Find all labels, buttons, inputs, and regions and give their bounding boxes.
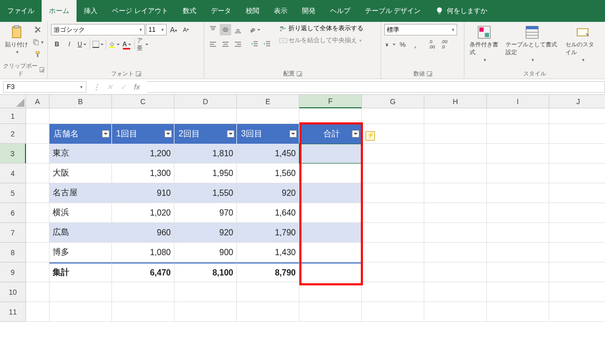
font-launcher[interactable] [136, 71, 141, 77]
decrease-indent-button[interactable] [249, 39, 260, 50]
cell-H3[interactable] [424, 144, 487, 164]
number-format-combo[interactable]: 標準▾ [384, 24, 457, 35]
paste-button[interactable]: 貼り付け ▾ [3, 24, 30, 56]
table-cell[interactable]: 1,450 [237, 144, 299, 164]
cell-H1[interactable] [424, 108, 487, 124]
clipboard-launcher[interactable] [40, 67, 44, 72]
cell-J2[interactable] [549, 124, 605, 144]
cell-G11[interactable] [362, 302, 424, 322]
cell-I11[interactable] [487, 302, 549, 322]
cell-G4[interactable] [362, 164, 424, 183]
table-cell[interactable]: 920 [174, 223, 237, 243]
formula-options-icon[interactable]: ⋮ [92, 83, 101, 91]
table-cell-name[interactable]: 大阪 [49, 164, 112, 183]
table-total-cell[interactable]: 8,790 [237, 262, 299, 282]
cell-E11[interactable] [237, 302, 299, 322]
cell-A7[interactable] [26, 223, 49, 243]
cell-D11[interactable] [174, 302, 237, 322]
table-cell[interactable] [299, 223, 362, 243]
row-header-4[interactable]: 4 [0, 164, 26, 183]
row-header-1[interactable]: 1 [0, 108, 26, 124]
cell-styles-button[interactable]: セルのスタイル▾ [563, 24, 602, 64]
table-total-cell[interactable]: 8,100 [174, 262, 237, 282]
cell-I2[interactable] [487, 124, 549, 144]
table-cell[interactable]: 1,430 [237, 243, 299, 262]
tab-view[interactable]: 表示 [267, 0, 295, 22]
col-header-B[interactable]: B [49, 95, 112, 108]
table-cell[interactable]: 1,200 [112, 144, 174, 164]
cell-D1[interactable] [174, 108, 237, 124]
cell-G5[interactable] [362, 183, 424, 203]
table-cell[interactable]: 960 [112, 223, 174, 243]
cell-A3[interactable] [26, 144, 49, 164]
cell-I7[interactable] [487, 223, 549, 243]
tab-formulas[interactable]: 数式 [175, 0, 204, 22]
col-header-A[interactable]: A [26, 95, 49, 108]
cell-A6[interactable] [26, 203, 49, 223]
cell-A11[interactable] [26, 302, 49, 322]
cell-G6[interactable] [362, 203, 424, 223]
table-cell[interactable]: 1,080 [112, 243, 174, 262]
cell-J10[interactable] [549, 282, 605, 302]
cell-G9[interactable] [362, 262, 424, 282]
italic-button[interactable]: I [64, 39, 75, 50]
cell-H11[interactable] [424, 302, 487, 322]
wrap-text-button[interactable]: abc 折り返して全体を表示する [279, 24, 363, 33]
filter-dropdown[interactable] [352, 130, 359, 137]
cell-H2[interactable] [424, 124, 487, 144]
cell-G10[interactable] [362, 282, 424, 302]
cell-A2[interactable] [26, 124, 49, 144]
table-cell-name[interactable]: 広島 [49, 223, 112, 243]
font-size-combo[interactable]: 11▾ [146, 24, 167, 35]
col-header-C[interactable]: C [112, 95, 174, 108]
cell-J1[interactable] [549, 108, 605, 124]
cell-J3[interactable] [549, 144, 605, 164]
row-header-6[interactable]: 6 [0, 203, 26, 223]
cell-C11[interactable] [112, 302, 174, 322]
decrease-decimal-button[interactable]: .00.0 [438, 39, 450, 50]
align-center-button[interactable] [220, 39, 231, 50]
table-cell[interactable]: 900 [174, 243, 237, 262]
cell-H7[interactable] [424, 223, 487, 243]
cell-C1[interactable] [112, 108, 174, 124]
table-cell[interactable]: 1,950 [174, 164, 237, 183]
table-cell-name[interactable]: 名古屋 [49, 183, 112, 203]
row-header-10[interactable]: 10 [0, 282, 26, 302]
table-cell[interactable] [299, 144, 362, 164]
cell-H9[interactable] [424, 262, 487, 282]
table-total-cell[interactable]: 6,470 [112, 262, 174, 282]
font-color-button[interactable]: A [121, 39, 132, 50]
format-as-table-button[interactable]: テーブルとして書式設定▾ [503, 24, 561, 64]
cell-H10[interactable] [424, 282, 487, 302]
cell-H6[interactable] [424, 203, 487, 223]
cell-G3[interactable] [362, 144, 424, 164]
table-header-0[interactable]: 店舗名 [49, 124, 112, 144]
table-cell[interactable]: 1,790 [237, 223, 299, 243]
tab-table-design[interactable]: テーブル デザイン [358, 0, 428, 22]
table-cell-name[interactable]: 博多 [49, 243, 112, 262]
cell-A1[interactable] [26, 108, 49, 124]
cell-J9[interactable] [549, 262, 605, 282]
cell-G7[interactable] [362, 223, 424, 243]
filter-dropdown[interactable] [227, 130, 234, 137]
table-cell[interactable]: 1,640 [237, 203, 299, 223]
row-header-7[interactable]: 7 [0, 223, 26, 243]
cell-J6[interactable] [549, 203, 605, 223]
cell-B1[interactable] [49, 108, 112, 124]
cell-B10[interactable] [49, 282, 112, 302]
cell-H8[interactable] [424, 243, 487, 262]
percent-button[interactable]: % [397, 39, 408, 50]
row-header-11[interactable]: 11 [0, 302, 26, 322]
align-right-button[interactable] [232, 39, 244, 50]
align-left-button[interactable] [207, 39, 219, 50]
cell-I6[interactable] [487, 203, 549, 223]
grow-font-button[interactable]: A▴ [168, 24, 179, 35]
cell-A5[interactable] [26, 183, 49, 203]
table-cell[interactable]: 1,550 [174, 183, 237, 203]
cell-F10[interactable] [299, 282, 362, 302]
table-header-3[interactable]: 3回目 [237, 124, 299, 144]
cell-I3[interactable] [487, 144, 549, 164]
phonetic-button[interactable]: ア亜 [137, 39, 148, 50]
cell-G1[interactable] [362, 108, 424, 124]
table-cell[interactable] [299, 183, 362, 203]
